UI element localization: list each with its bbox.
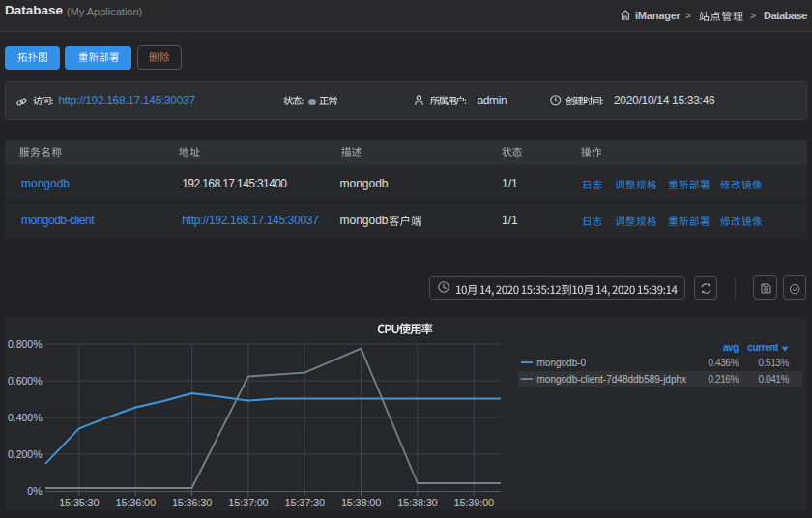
svg-text:0.800%: 0.800% [8, 338, 43, 350]
svg-text:15:38:00: 15:38:00 [341, 497, 381, 508]
svg-text:15:37:00: 15:37:00 [228, 497, 268, 508]
svg-text:15:36:00: 15:36:00 [116, 497, 156, 508]
svg-text:0%: 0% [27, 485, 42, 497]
svg-text:15:38:30: 15:38:30 [397, 497, 437, 508]
svg-text:0.200%: 0.200% [8, 448, 43, 460]
svg-text:15:39:00: 15:39:00 [454, 497, 494, 508]
svg-text:15:36:30: 15:36:30 [172, 497, 212, 508]
svg-text:0.600%: 0.600% [8, 375, 43, 387]
svg-text:15:35:30: 15:35:30 [59, 497, 99, 508]
svg-text:0.400%: 0.400% [8, 412, 43, 423]
svg-text:15:37:30: 15:37:30 [285, 497, 325, 508]
